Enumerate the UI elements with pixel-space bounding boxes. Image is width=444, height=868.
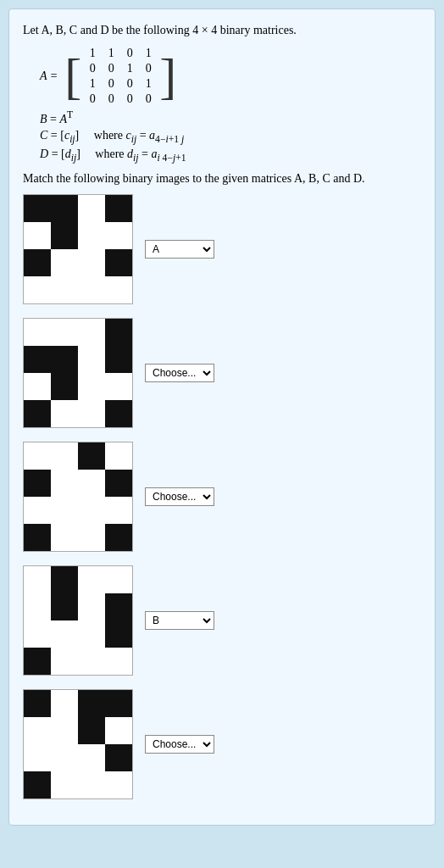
white-cell: [51, 648, 78, 675]
dropdown-area-5: Choose...ABCD: [145, 735, 214, 754]
white-cell: [51, 249, 78, 276]
black-cell: [78, 690, 105, 717]
white-cell: [78, 373, 105, 400]
dropdown-area-2: Choose...ABCD: [145, 364, 214, 382]
white-cell: [78, 744, 105, 771]
white-cell: [105, 276, 132, 303]
black-cell: [51, 373, 78, 400]
white-cell: [105, 717, 132, 744]
black-cell: [24, 648, 51, 675]
def-D: D = [dij] where dij = ai 4−j+1: [40, 147, 421, 164]
black-cell: [24, 690, 51, 717]
match-row-4: Choose...ABCD: [23, 565, 421, 676]
match-row-5: Choose...ABCD: [23, 689, 421, 799]
white-cell: [78, 400, 105, 427]
binary-image-4: [23, 565, 133, 676]
white-cell: [78, 319, 105, 346]
black-cell: [105, 400, 132, 427]
black-cell: [24, 346, 51, 373]
white-cell: [105, 771, 132, 798]
white-cell: [24, 620, 51, 648]
match-row-2: Choose...ABCD: [23, 318, 421, 428]
black-cell: [24, 524, 51, 551]
white-cell: [51, 524, 78, 551]
left-bracket: [: [64, 51, 81, 102]
white-cell: [78, 620, 105, 648]
white-cell: [105, 566, 132, 593]
white-cell: [51, 717, 78, 744]
white-cell: [105, 648, 132, 675]
dropdown-area-4: Choose...ABCD: [145, 611, 214, 630]
white-cell: [51, 620, 78, 648]
white-cell: [24, 744, 51, 771]
black-cell: [24, 400, 51, 427]
white-cell: [105, 373, 132, 400]
white-cell: [51, 497, 78, 524]
black-cell: [105, 593, 132, 620]
white-cell: [78, 566, 105, 593]
white-cell: [24, 319, 51, 346]
white-cell: [24, 593, 51, 620]
white-cell: [78, 276, 105, 303]
white-cell: [24, 373, 51, 400]
black-cell: [105, 524, 132, 551]
dropdown-area-3: Choose...ABCD: [145, 487, 214, 506]
black-cell: [24, 470, 51, 497]
binary-image-2: [23, 318, 133, 428]
black-cell: [105, 744, 132, 771]
black-cell: [51, 566, 78, 593]
white-cell: [78, 524, 105, 551]
black-cell: [24, 195, 51, 222]
white-cell: [51, 400, 78, 427]
white-cell: [78, 222, 105, 249]
black-cell: [78, 717, 105, 744]
white-cell: [51, 470, 78, 497]
matrix-select-3[interactable]: Choose...ABCD: [145, 487, 214, 506]
matrix-select-5[interactable]: Choose...ABCD: [145, 735, 214, 754]
black-cell: [51, 346, 78, 373]
def-B: B = AT: [40, 109, 421, 126]
black-cell: [105, 470, 132, 497]
black-cell: [24, 771, 51, 798]
image-rows: Choose...ABCDChoose...ABCDChoose...ABCDC…: [23, 194, 421, 799]
white-cell: [24, 276, 51, 303]
white-cell: [24, 566, 51, 593]
matrix-select-4[interactable]: Choose...ABCD: [145, 611, 214, 630]
white-cell: [24, 497, 51, 524]
black-cell: [105, 690, 132, 717]
binary-image-3: [23, 442, 133, 552]
black-cell: [105, 319, 132, 346]
white-cell: [78, 195, 105, 222]
white-cell: [78, 497, 105, 524]
def-C: C = [cij] where cij = a4−i+1 j: [40, 129, 421, 145]
matrix-a-label: A =: [40, 70, 58, 83]
black-cell: [51, 222, 78, 249]
white-cell: [105, 442, 132, 470]
white-cell: [24, 442, 51, 470]
black-cell: [78, 442, 105, 470]
white-cell: [78, 648, 105, 675]
black-cell: [105, 249, 132, 276]
black-cell: [105, 346, 132, 373]
right-bracket: ]: [159, 51, 176, 102]
binary-image-1: [23, 194, 133, 304]
problem-intro: Let A, B, C and D be the following 4 × 4…: [23, 21, 421, 40]
matrix-select-1[interactable]: Choose...ABCD: [145, 240, 214, 259]
match-row-1: Choose...ABCD: [23, 194, 421, 304]
white-cell: [78, 593, 105, 620]
matrix-select-2[interactable]: Choose...ABCD: [145, 364, 214, 382]
black-cell: [105, 620, 132, 648]
white-cell: [51, 276, 78, 303]
main-card: Let A, B, C and D be the following 4 × 4…: [8, 8, 436, 826]
white-cell: [78, 346, 105, 373]
black-cell: [51, 195, 78, 222]
white-cell: [51, 690, 78, 717]
match-instruction: Match the following binary images to the…: [23, 172, 421, 186]
white-cell: [24, 717, 51, 744]
black-cell: [51, 593, 78, 620]
binary-image-5: [23, 689, 133, 799]
matrix-a-section: A = [ 1101001010010000 ]: [40, 47, 421, 106]
white-cell: [78, 249, 105, 276]
white-cell: [105, 222, 132, 249]
black-cell: [105, 195, 132, 222]
